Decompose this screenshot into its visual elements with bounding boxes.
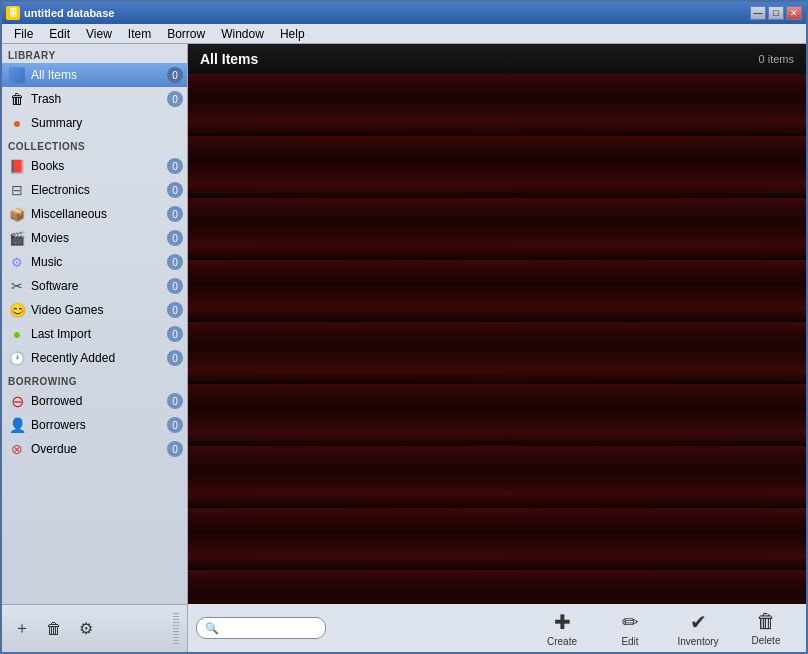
recentlyadded-badge: 0 [167, 350, 183, 366]
wood-row [188, 322, 806, 382]
sidebar-overdue-label: Overdue [31, 442, 162, 456]
software-icon [8, 277, 26, 295]
wood-row [188, 136, 806, 196]
movies-badge: 0 [167, 230, 183, 246]
sidebar-all-items-label: All Items [31, 68, 162, 82]
content-area: All Items 0 items [188, 44, 806, 604]
sidebar-trash-label: Trash [31, 92, 162, 106]
sidebar-electronics-label: Electronics [31, 183, 162, 197]
sidebar-item-software[interactable]: Software 0 [2, 274, 187, 298]
menu-borrow[interactable]: Borrow [159, 25, 213, 43]
delete-collection-button[interactable]: 🗑 [42, 617, 66, 641]
sidebar-summary-label: Summary [31, 116, 183, 130]
window-controls: — □ ✕ [750, 6, 802, 20]
wood-row [188, 384, 806, 444]
sidebar-item-overdue[interactable]: Overdue 0 [2, 437, 187, 461]
create-icon: ✚ [554, 610, 571, 634]
sidebar-item-books[interactable]: Books 0 [2, 154, 187, 178]
sidebar-borrowers-label: Borrowers [31, 418, 162, 432]
search-input[interactable] [223, 622, 323, 634]
sidebar-item-borrowers[interactable]: Borrowers 0 [2, 413, 187, 437]
delete-button[interactable]: 🗑 Delete [734, 606, 798, 650]
lastimport-icon [8, 325, 26, 343]
borrowed-badge: 0 [167, 393, 183, 409]
sidebar-borrowed-label: Borrowed [31, 394, 162, 408]
main-area: LIBRARY All Items 0 Trash 0 Summary COLL [2, 44, 806, 604]
menu-view[interactable]: View [78, 25, 120, 43]
borrowers-badge: 0 [167, 417, 183, 433]
misc-icon [8, 205, 26, 223]
inventory-button[interactable]: ✔ Inventory [666, 606, 730, 650]
menu-file[interactable]: File [6, 25, 41, 43]
create-button[interactable]: ✚ Create [530, 606, 594, 650]
item-count: 0 items [759, 53, 794, 65]
maximize-button[interactable]: □ [768, 6, 784, 20]
app-icon: 🗄 [6, 6, 20, 20]
collections-section-label: COLLECTIONS [2, 135, 187, 154]
title-bar: 🗄 untitled database — □ ✕ [2, 2, 806, 24]
edit-icon: ✏ [622, 610, 639, 634]
books-badge: 0 [167, 158, 183, 174]
add-collection-button[interactable]: ＋ [10, 617, 34, 641]
menu-help[interactable]: Help [272, 25, 313, 43]
menu-item[interactable]: Item [120, 25, 159, 43]
electronics-icon [8, 181, 26, 199]
videogames-icon [8, 301, 26, 319]
close-button[interactable]: ✕ [786, 6, 802, 20]
sidebar-lastimport-label: Last Import [31, 327, 162, 341]
settings-button[interactable]: ⚙ [74, 617, 98, 641]
sidebar-recentlyadded-label: Recently Added [31, 351, 162, 365]
content-header: All Items 0 items [188, 44, 806, 74]
sidebar-item-music[interactable]: Music 0 [2, 250, 187, 274]
music-badge: 0 [167, 254, 183, 270]
sidebar-item-movies[interactable]: Movies 0 [2, 226, 187, 250]
software-badge: 0 [167, 278, 183, 294]
sidebar-videogames-label: Video Games [31, 303, 162, 317]
content-title: All Items [200, 51, 258, 67]
recentlyadded-icon [8, 349, 26, 367]
window-title: untitled database [24, 7, 114, 19]
sidebar-item-electronics[interactable]: Electronics 0 [2, 178, 187, 202]
trash-icon [8, 90, 26, 108]
menu-edit[interactable]: Edit [41, 25, 78, 43]
overdue-badge: 0 [167, 441, 183, 457]
minimize-button[interactable]: — [750, 6, 766, 20]
sidebar-item-all-items[interactable]: All Items 0 [2, 63, 187, 87]
title-bar-left: 🗄 untitled database [6, 6, 114, 20]
sidebar-item-trash[interactable]: Trash 0 [2, 87, 187, 111]
edit-label: Edit [621, 636, 638, 647]
menu-window[interactable]: Window [213, 25, 272, 43]
sidebar-misc-label: Miscellaneous [31, 207, 162, 221]
sidebar-software-label: Software [31, 279, 162, 293]
inventory-label: Inventory [677, 636, 718, 647]
summary-icon [8, 114, 26, 132]
sidebar: LIBRARY All Items 0 Trash 0 Summary COLL [2, 44, 188, 604]
sidebar-movies-label: Movies [31, 231, 162, 245]
sidebar-item-last-import[interactable]: Last Import 0 [2, 322, 187, 346]
create-label: Create [547, 636, 577, 647]
sidebar-item-summary[interactable]: Summary [2, 111, 187, 135]
search-box: 🔍 [196, 617, 326, 639]
sidebar-item-recently-added[interactable]: Recently Added 0 [2, 346, 187, 370]
delete-icon: 🗑 [756, 610, 776, 633]
borrowers-icon [8, 416, 26, 434]
sidebar-bottom-divider [173, 613, 179, 645]
wood-row [188, 260, 806, 320]
videogames-badge: 0 [167, 302, 183, 318]
sidebar-item-miscellaneous[interactable]: Miscellaneous 0 [2, 202, 187, 226]
content-bottom-toolbar: 🔍 ✚ Create ✏ Edit ✔ Inventory 🗑 [188, 604, 806, 652]
sidebar-books-label: Books [31, 159, 162, 173]
sidebar-music-label: Music [31, 255, 162, 269]
sidebar-bottom: ＋ 🗑 ⚙ [2, 604, 188, 652]
menu-bar: File Edit View Item Borrow Window Help [2, 24, 806, 44]
borrowing-section-label: BORROWING [2, 370, 187, 389]
edit-button[interactable]: ✏ Edit [598, 606, 662, 650]
music-icon [8, 253, 26, 271]
toolbar-actions: ✚ Create ✏ Edit ✔ Inventory 🗑 Delete [530, 606, 798, 650]
search-icon: 🔍 [205, 622, 219, 635]
wood-row [188, 74, 806, 134]
items-list [188, 74, 806, 604]
sidebar-item-video-games[interactable]: Video Games 0 [2, 298, 187, 322]
sidebar-item-borrowed[interactable]: Borrowed 0 [2, 389, 187, 413]
electronics-badge: 0 [167, 182, 183, 198]
